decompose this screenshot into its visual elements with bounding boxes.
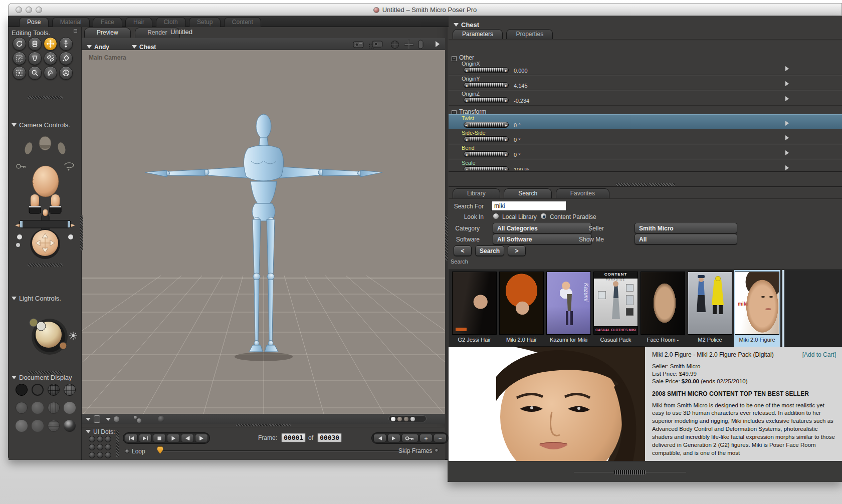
display-style-flat-lined[interactable] <box>48 402 60 414</box>
ui-dot-7[interactable] <box>89 452 95 458</box>
originy-dial[interactable] <box>464 82 509 88</box>
camera-icon[interactable] <box>353 42 363 48</box>
panel-divider-grip[interactable] <box>445 215 448 261</box>
tracking-dot[interactable] <box>397 417 402 421</box>
twist-dial[interactable] <box>464 122 509 128</box>
first-frame-button[interactable] <box>125 434 138 442</box>
twist-value[interactable]: 0 ° <box>514 122 521 128</box>
camera-controls-cluster[interactable] <box>13 130 78 260</box>
param-menu-arrow[interactable] <box>785 150 789 155</box>
direct-manipulation-tool-button[interactable] <box>59 66 73 80</box>
depth-cue-ball-icon[interactable] <box>158 416 164 422</box>
side-side-value[interactable]: 0 ° <box>514 137 521 143</box>
tracking-dot[interactable] <box>404 417 408 421</box>
display-style-texture-shaded[interactable] <box>64 420 76 432</box>
next-page-button[interactable]: > <box>508 245 526 256</box>
translate-tool-button[interactable] <box>44 37 57 51</box>
loop-toggle[interactable] <box>125 449 129 453</box>
hand-capsule-icon[interactable] <box>418 40 423 49</box>
trackball-mini-icon[interactable] <box>391 41 399 49</box>
step-back-button[interactable] <box>181 434 194 442</box>
param-menu-arrow[interactable] <box>785 66 789 71</box>
delete-key-button[interactable]: − <box>434 434 447 442</box>
tracking-dot[interactable] <box>410 417 415 421</box>
tab-properties[interactable]: Properties <box>506 29 553 39</box>
tracking-full-dot[interactable] <box>391 417 395 421</box>
search-button[interactable]: Search <box>475 245 504 256</box>
tracking-ball-icon[interactable] <box>114 416 119 422</box>
result-miki-20-hair[interactable]: Miki 2.0 Hair <box>498 270 545 347</box>
tab-library[interactable]: Library <box>453 188 500 198</box>
param-menu-arrow[interactable] <box>785 96 789 101</box>
seller-dropdown[interactable]: Smith Micro <box>635 223 737 233</box>
display-style-smooth[interactable] <box>16 420 28 432</box>
radio-content-paradise[interactable] <box>540 213 547 219</box>
scale-value[interactable]: 100 % <box>514 167 529 170</box>
display-style-wireframe[interactable] <box>48 384 60 396</box>
andy-figure[interactable] <box>82 50 445 414</box>
tab-hair[interactable]: Hair <box>125 17 152 27</box>
tab-favorites[interactable]: Favorites <box>556 188 609 198</box>
originy-value[interactable]: 4.145 <box>514 83 528 89</box>
side-side-dial[interactable] <box>464 136 509 142</box>
rotate-camera-icon[interactable] <box>65 163 74 171</box>
result-face-room[interactable]: Face Room - <box>640 270 686 347</box>
skip-frames-toggle[interactable] <box>435 448 439 452</box>
page-menu-triangle[interactable] <box>86 418 91 421</box>
tab-search[interactable]: Search <box>504 188 552 198</box>
originz-dial[interactable] <box>464 97 509 103</box>
search-input[interactable] <box>491 201 566 211</box>
prev-key-button[interactable] <box>373 434 386 442</box>
play-button[interactable] <box>167 434 180 442</box>
flyaround-camera-icon[interactable] <box>24 136 67 155</box>
scale-tool-button[interactable] <box>13 52 26 65</box>
actor-header[interactable]: Chest <box>454 20 479 29</box>
display-style-outline[interactable] <box>32 384 44 396</box>
ui-dot-9[interactable] <box>105 452 111 458</box>
translate-inout-tool-button[interactable] <box>59 37 73 51</box>
tab-parameters[interactable]: Parameters <box>453 29 503 39</box>
palette-menu-icon[interactable] <box>74 29 77 33</box>
param-menu-arrow[interactable] <box>785 135 789 140</box>
display-style-flat[interactable] <box>32 402 44 414</box>
display-style-hidden-line[interactable] <box>64 384 76 396</box>
frame-total-field[interactable]: 00030 <box>317 433 342 442</box>
light-controls-header[interactable]: Light Controls. <box>12 295 61 302</box>
camera-controls-header[interactable]: Camera Controls. <box>12 121 70 129</box>
tab-cloth[interactable]: Cloth <box>156 17 186 27</box>
ui-dot-2[interactable] <box>97 436 103 442</box>
sidebar-section-grip[interactable] <box>28 96 63 99</box>
trackball-icon[interactable] <box>30 229 60 259</box>
scale-dial[interactable] <box>464 166 509 170</box>
next-key-button[interactable] <box>387 434 400 442</box>
tab-pose[interactable]: Pose <box>19 17 49 27</box>
param-menu-arrow[interactable] <box>785 121 789 126</box>
param-menu-arrow[interactable] <box>785 81 789 86</box>
last-frame-button[interactable] <box>139 434 152 442</box>
grouping-tool-button[interactable] <box>13 66 26 80</box>
camera-dot-lower-icon[interactable] <box>16 243 20 247</box>
ui-dots-header[interactable]: UI Dots: <box>86 428 115 435</box>
add-to-cart-link[interactable]: [Add to Cart] <box>802 351 836 358</box>
rotate-tool-button[interactable] <box>13 37 26 51</box>
ui-dot-8[interactable] <box>97 452 103 458</box>
camera-dot-right-icon[interactable] <box>68 234 73 239</box>
show-me-dropdown[interactable]: All <box>635 234 737 244</box>
chain-break-tool-button[interactable] <box>44 52 57 65</box>
sun-brightness-icon[interactable] <box>69 332 77 340</box>
timeline-track[interactable] <box>163 450 428 451</box>
display-style-silhouette[interactable] <box>16 384 28 396</box>
display-style-texture-wire[interactable] <box>48 420 60 432</box>
add-key-button[interactable]: ＋ <box>419 434 433 442</box>
light3-dot-icon[interactable] <box>60 342 67 349</box>
tab-preview[interactable]: Preview <box>84 28 131 38</box>
head-camera-icon[interactable] <box>33 166 59 197</box>
resize-grip[interactable] <box>614 470 646 474</box>
view-magnifier-tool-button[interactable] <box>28 66 42 80</box>
light2-dot-icon[interactable] <box>37 322 46 331</box>
multi-ball-icon[interactable] <box>137 418 141 423</box>
result-miki-20-figure[interactable]: miki Miki 2.0 Figure <box>734 270 780 347</box>
originx-dial[interactable] <box>464 67 509 73</box>
ui-dot-1[interactable] <box>89 436 95 442</box>
ui-dot-6[interactable] <box>105 444 111 450</box>
